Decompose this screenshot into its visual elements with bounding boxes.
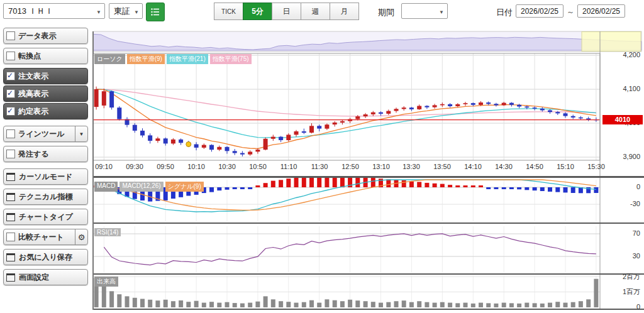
sidebar-item-place-order[interactable]: 発注する bbox=[3, 146, 88, 162]
x-axis-label: 13:10 bbox=[367, 163, 395, 170]
period-select[interactable] bbox=[401, 3, 448, 19]
legend-chip: 指数平滑(21) bbox=[167, 54, 208, 64]
date-label: 日付 bbox=[496, 7, 513, 18]
x-axis-label: 15:30 bbox=[582, 163, 610, 170]
sidebar-item-label: 転換点 bbox=[18, 51, 41, 62]
x-axis-label: 11:30 bbox=[306, 163, 333, 170]
x-axis-label: 14:50 bbox=[521, 163, 548, 170]
sidebar-item-balance-display[interactable]: 残高表示 bbox=[3, 85, 88, 102]
chevron-down-icon[interactable] bbox=[75, 126, 87, 141]
checkbox-checked-icon bbox=[6, 89, 15, 98]
rsi-axis-label: 30 bbox=[601, 252, 640, 260]
checkbox-icon bbox=[6, 31, 15, 40]
legend-chip: 指数平滑(75) bbox=[210, 54, 252, 64]
volume-axis-label: 2百万 bbox=[601, 272, 640, 280]
legend-chip: シグナル(9) bbox=[165, 182, 204, 192]
checkbox-icon bbox=[6, 52, 15, 60]
sidebar-item-label: 残高表示 bbox=[18, 89, 48, 99]
sidebar-item-label: チャートタイプ bbox=[19, 212, 73, 222]
x-axis-label: 11:10 bbox=[275, 163, 303, 170]
sidebar-item-label: カーソルモード bbox=[19, 172, 72, 182]
legend-chip: 指数平滑(9) bbox=[127, 54, 165, 64]
symbol-select-value: 7013 ＩＨＩ bbox=[8, 6, 53, 17]
sidebar-item-screen-settings[interactable]: 画面設定 bbox=[3, 269, 88, 285]
legend-chip: MACD(12,26) bbox=[119, 182, 163, 192]
x-axis-label: 14:10 bbox=[459, 163, 487, 170]
x-axis: 09:1009:3009:5010:1010:3010:5011:1011:30… bbox=[92, 163, 644, 173]
window-icon bbox=[6, 273, 15, 282]
chart-area[interactable]: ローソク指数平滑(9)指数平滑(21)指数平滑(75) MACDMACD(12,… bbox=[92, 23, 644, 313]
chart-list-button[interactable] bbox=[146, 3, 165, 21]
x-axis-label: 12:50 bbox=[336, 163, 364, 170]
checkbox-icon bbox=[6, 233, 15, 241]
date-from-input[interactable] bbox=[516, 4, 564, 18]
timeframe-month[interactable]: 月 bbox=[330, 3, 359, 20]
x-axis-label: 09:10 bbox=[90, 163, 118, 170]
rsi-axis-label: 70 bbox=[601, 229, 640, 238]
date-to-input[interactable] bbox=[577, 4, 625, 18]
date-range-tilde: ～ bbox=[567, 7, 574, 18]
window-icon bbox=[6, 193, 15, 201]
x-axis-label: 13:50 bbox=[428, 163, 456, 170]
main-chart-legend: ローソク指数平滑(9)指数平滑(21)指数平滑(75) bbox=[94, 54, 253, 64]
sidebar-item-compare-chart[interactable]: 比較チャート bbox=[3, 229, 88, 245]
x-axis-label: 15:10 bbox=[552, 163, 579, 170]
sidebar-item-save-favorite[interactable]: お気に入り保存 bbox=[3, 249, 88, 265]
timeframe-day[interactable]: 日 bbox=[272, 3, 301, 20]
x-axis-label: 09:30 bbox=[121, 163, 148, 170]
x-axis-label: 09:50 bbox=[152, 163, 179, 170]
checkbox-icon bbox=[6, 150, 15, 158]
exchange-select[interactable]: 東証 bbox=[109, 3, 143, 19]
toolbar: 7013 ＩＨＩ 東証 TICK 5分 日 週 月 期間 日付 ～ bbox=[0, 0, 644, 23]
sidebar-item-order-display[interactable]: 注文表示 bbox=[3, 68, 88, 84]
window-icon bbox=[6, 213, 15, 221]
checkbox-icon bbox=[6, 129, 15, 138]
sidebar-item-label: 比較チャート bbox=[18, 232, 64, 243]
window-icon bbox=[6, 173, 15, 181]
x-axis-label: 13:30 bbox=[397, 163, 425, 170]
sidebar-item-label: データ表示 bbox=[18, 31, 57, 41]
macd-legend: MACDMACD(12,26)シグナル(9) bbox=[94, 182, 206, 192]
sidebar-item-turning-point[interactable]: 転換点 bbox=[3, 48, 88, 64]
symbol-select[interactable]: 7013 ＩＨＩ bbox=[3, 3, 105, 19]
sidebar-item-label: 画面設定 bbox=[19, 272, 49, 283]
sidebar-item-data-display[interactable]: データ表示 bbox=[3, 28, 88, 44]
x-axis-label: 10:50 bbox=[244, 163, 272, 170]
legend-chip: 出来高 bbox=[94, 277, 118, 287]
window-icon bbox=[6, 253, 15, 261]
y-axis-label: 4,200 bbox=[601, 51, 640, 59]
sidebar-item-cursor-mode[interactable]: カーソルモード bbox=[3, 168, 88, 185]
period-label: 期間 bbox=[378, 7, 394, 18]
rsi-legend: RSI(14) bbox=[94, 228, 123, 236]
gear-icon[interactable] bbox=[75, 229, 87, 244]
sidebar-item-line-tool[interactable]: ラインツール bbox=[3, 126, 88, 142]
volume-legend: 出来高 bbox=[94, 277, 120, 287]
legend-chip: RSI(14) bbox=[94, 228, 121, 236]
timeframe-5min[interactable]: 5分 bbox=[243, 3, 272, 20]
exchange-select-value: 東証 bbox=[114, 6, 130, 17]
timeframe-tick[interactable]: TICK bbox=[214, 3, 243, 20]
current-price-tag: 4010 bbox=[602, 115, 643, 124]
checkbox-checked-icon bbox=[6, 107, 15, 116]
sidebar-item-label: 約定表示 bbox=[18, 106, 48, 117]
x-axis-label: 10:10 bbox=[182, 163, 210, 170]
legend-chip: MACD bbox=[94, 182, 118, 192]
sidebar-item-label: 発注する bbox=[18, 149, 49, 160]
sidebar-item-technical-indicator[interactable]: テクニカル指標 bbox=[3, 189, 88, 205]
x-axis-label: 10:30 bbox=[213, 163, 241, 170]
timeframe-week[interactable]: 週 bbox=[301, 3, 330, 20]
sidebar-item-label: テクニカル指標 bbox=[19, 192, 72, 202]
trading-chart-window: 7013 ＩＨＩ 東証 TICK 5分 日 週 月 期間 日付 ～ bbox=[0, 0, 644, 313]
macd-axis-label: -30 bbox=[601, 200, 640, 208]
macd-axis-label: 0 bbox=[601, 183, 640, 191]
sidebar-item-execution-display[interactable]: 約定表示 bbox=[3, 103, 88, 119]
y-axis-label: 4,100 bbox=[601, 85, 640, 93]
legend-chip: ローソク bbox=[94, 54, 125, 64]
checkbox-checked-icon bbox=[6, 72, 15, 80]
sidebar-item-chart-type[interactable]: チャートタイプ bbox=[3, 209, 88, 225]
list-icon bbox=[150, 8, 160, 16]
volume-axis-label: 0 bbox=[601, 303, 640, 311]
sidebar-item-label: 注文表示 bbox=[18, 71, 48, 82]
sidebar: データ表示 転換点 注文表示 残高表示 約定表示 ラインツール 発注する bbox=[0, 23, 92, 313]
x-axis-label: 14:30 bbox=[490, 163, 518, 170]
